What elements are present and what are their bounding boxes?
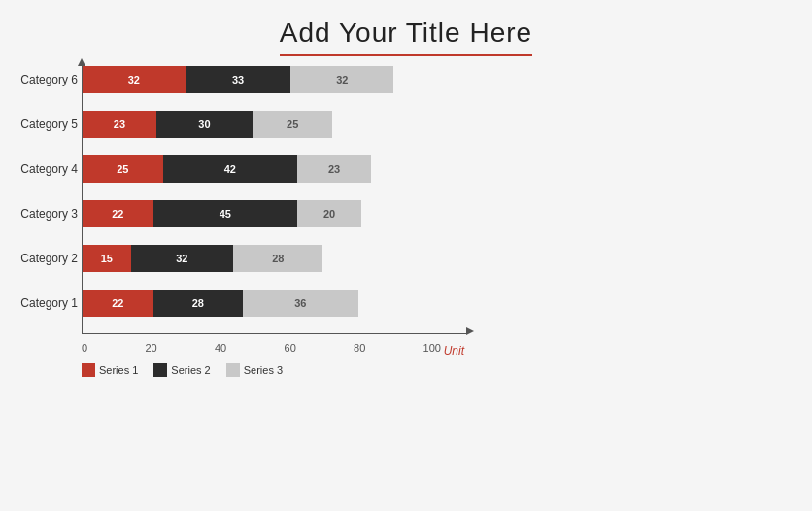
bar-segment-series2: 42 — [163, 155, 298, 183]
bar-row: Category 4254223 — [83, 155, 442, 183]
x-axis-label: 40 — [215, 342, 226, 354]
bar-segment-series2: 30 — [156, 111, 253, 138]
bar-segment-series1: 15 — [83, 245, 131, 272]
chart-bars: Category 6323332Category 5233025Category… — [83, 66, 442, 317]
page-title: Add Your Title Here — [0, 0, 812, 54]
bar-group: 222836 — [83, 290, 358, 317]
bar-category-label: Category 2 — [10, 252, 78, 265]
legend-color-box — [82, 363, 95, 377]
bar-row: Category 1222836 — [83, 290, 442, 317]
legend-label: Series 2 — [171, 364, 210, 376]
bar-group: 153228 — [83, 245, 322, 272]
main-container: Category 6323332Category 5233025Category… — [0, 66, 812, 383]
bar-group: 254223 — [83, 155, 371, 183]
bar-category-label: Category 4 — [10, 162, 78, 176]
x-axis-label: 100 — [423, 342, 441, 354]
bar-group: 224520 — [83, 200, 361, 227]
x-axis-arrow — [466, 327, 474, 335]
bar-category-label: Category 3 — [10, 207, 78, 221]
bar-segment-series1: 25 — [83, 155, 163, 183]
bar-category-label: Category 5 — [10, 118, 78, 131]
bar-segment-series1: 22 — [83, 290, 153, 317]
legend-item: Series 1 — [82, 363, 138, 377]
x-axis-label: 80 — [354, 342, 365, 354]
bar-row: Category 6323332 — [83, 66, 442, 93]
unit-label: Unit — [444, 344, 464, 358]
bar-category-label: Category 1 — [10, 296, 78, 310]
bar-segment-series3: 20 — [297, 200, 361, 227]
bar-segment-series1: 23 — [83, 111, 156, 138]
legend-label: Series 1 — [99, 364, 138, 376]
bar-category-label: Category 6 — [10, 73, 78, 86]
title-underline — [280, 54, 532, 56]
bar-group: 323332 — [83, 66, 393, 93]
y-axis-arrow — [78, 58, 85, 66]
bar-segment-series3: 32 — [290, 66, 393, 93]
legend-label: Series 3 — [244, 364, 283, 376]
x-axis — [82, 333, 466, 334]
bar-segment-series3: 23 — [297, 155, 371, 183]
bar-row: Category 2153228 — [83, 245, 442, 272]
x-axis-label: 0 — [82, 342, 87, 354]
chart-legend: Series 1Series 2Series 3 — [82, 363, 283, 377]
bar-row: Category 5233025 — [83, 111, 442, 138]
chart-area: Category 6323332Category 5233025Category… — [10, 66, 466, 383]
bar-segment-series2: 33 — [186, 66, 291, 93]
bar-row: Category 3224520 — [83, 200, 442, 227]
bar-group: 233025 — [83, 111, 332, 138]
bar-segment-series1: 22 — [83, 200, 153, 227]
legend-item: Series 2 — [153, 363, 210, 377]
x-labels: 020406080100 — [82, 342, 441, 354]
bar-segment-series2: 45 — [153, 200, 298, 227]
legend-item: Series 3 — [226, 363, 283, 377]
bar-segment-series3: 36 — [243, 290, 358, 317]
right-panel — [466, 66, 802, 383]
bar-segment-series1: 32 — [83, 66, 186, 93]
legend-color-box — [226, 363, 240, 377]
x-axis-label: 20 — [145, 342, 156, 354]
legend-color-box — [153, 363, 167, 377]
x-axis-label: 60 — [285, 342, 296, 354]
bar-segment-series3: 25 — [253, 111, 333, 138]
bar-segment-series2: 32 — [131, 245, 234, 272]
bar-segment-series3: 28 — [233, 245, 322, 272]
bar-segment-series2: 28 — [153, 290, 243, 317]
